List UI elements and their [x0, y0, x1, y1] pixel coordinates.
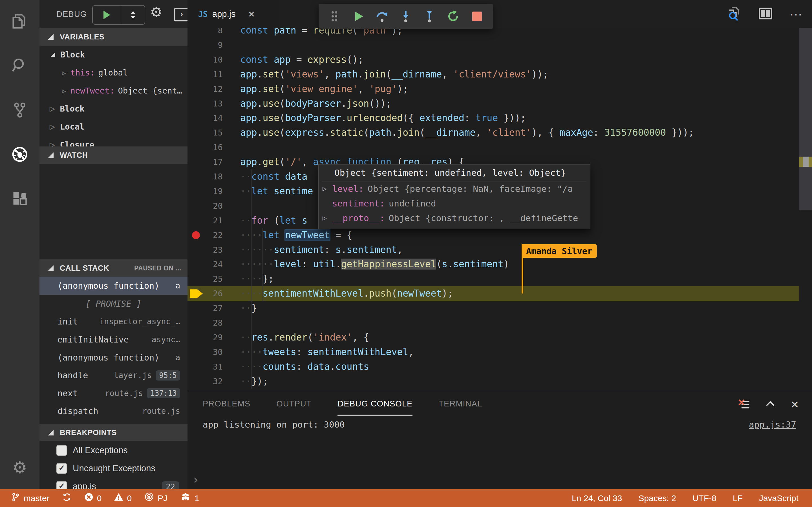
code-line[interactable]: ······level: util.getHappinessLevel(s.se…: [240, 257, 509, 272]
line-number[interactable]: 14: [188, 111, 223, 125]
code-line[interactable]: ····let newTweet = {: [240, 228, 352, 242]
status-item-lf[interactable]: LF: [733, 494, 743, 503]
call-stack-frame[interactable]: emitInitNative async…: [40, 331, 188, 349]
line-number[interactable]: 9: [188, 38, 223, 52]
split-editor-icon[interactable]: [758, 6, 773, 22]
call-stack-frame[interactable]: (anonymous function) a: [40, 277, 188, 295]
console-source-link[interactable]: app.js:37: [749, 419, 796, 430]
open-console-icon[interactable]: ›: [174, 8, 188, 21]
source-control-icon[interactable]: [0, 93, 40, 127]
status-item-0[interactable]: 0: [84, 492, 102, 504]
call-stack-frame[interactable]: [ PROMISE ]: [40, 295, 188, 313]
search-in-file-icon[interactable]: [726, 6, 742, 22]
variables-section-header[interactable]: VARIABLES: [40, 28, 188, 46]
code-line[interactable]: const app = express();: [240, 52, 363, 67]
code-line[interactable]: ··const data: [240, 169, 307, 184]
toolbar-drag-handle[interactable]: [326, 8, 342, 24]
line-number[interactable]: 17: [188, 155, 223, 169]
code-line[interactable]: app.use(express.static(path.join(__dirna…: [240, 125, 694, 140]
status-item-1[interactable]: 1: [180, 492, 199, 504]
more-actions-icon[interactable]: ⋯: [790, 11, 802, 17]
breakpoint-row[interactable]: ✓ Uncaught Exceptions: [40, 459, 188, 477]
code-line[interactable]: ··});: [240, 374, 268, 389]
line-number[interactable]: 23: [188, 242, 223, 257]
line-number[interactable]: 24: [188, 257, 223, 272]
variable-row[interactable]: ▷ this: global: [40, 64, 188, 82]
continue-button[interactable]: [350, 8, 366, 24]
configure-gear-icon[interactable]: ⚙: [150, 4, 163, 20]
line-number[interactable]: 21: [188, 213, 223, 228]
code-line[interactable]: ··for (let s: [240, 213, 307, 228]
maximize-panel-icon[interactable]: [765, 399, 776, 411]
code-line[interactable]: app.set('views', path.join(__dirname, 'c…: [240, 67, 548, 82]
explorer-icon[interactable]: [0, 4, 40, 38]
debug-launch-widget[interactable]: [92, 5, 145, 25]
line-number[interactable]: 20: [188, 199, 223, 213]
status-item-javascript[interactable]: JavaScript: [759, 494, 799, 503]
variables-scope-row[interactable]: Block: [40, 46, 188, 64]
tooltip-property-row[interactable]: ▷ __proto__: Object {constructor: , __de…: [319, 211, 590, 225]
line-number[interactable]: 15: [188, 125, 223, 140]
code-line[interactable]: ····sentimentWithLevel.push(newTweet);: [240, 286, 453, 301]
call-stack-frame[interactable]: handle layer.js95:5: [40, 367, 188, 385]
variable-row[interactable]: ▷ newTweet: Object {sent…: [40, 82, 188, 100]
breakpoint-row[interactable]: ✓ All Exceptions: [40, 441, 188, 459]
line-number[interactable]: 29: [188, 330, 223, 345]
status-item-ln-24-col-33[interactable]: Ln 24, Col 33: [572, 494, 622, 503]
editor-scrollbar[interactable]: [799, 0, 812, 391]
line-number[interactable]: 11: [188, 67, 223, 82]
call-stack-frame[interactable]: next route.js137:13: [40, 385, 188, 402]
status-item-pj[interactable]: PJ: [144, 492, 167, 504]
panel-tab-terminal[interactable]: TERMINAL: [439, 399, 482, 412]
panel-tab-output[interactable]: OUTPUT: [276, 399, 312, 412]
tab-app-js[interactable]: JS app.js ✕: [188, 0, 279, 28]
call-stack-frame[interactable]: (anonymous function) a: [40, 348, 188, 367]
line-number[interactable]: 19: [188, 184, 223, 199]
breakpoint-row[interactable]: ✓ app.js 22: [40, 477, 188, 489]
line-number[interactable]: 28: [188, 316, 223, 330]
step-over-button[interactable]: [374, 8, 390, 24]
start-debug-button[interactable]: [93, 6, 121, 24]
code-line[interactable]: ··res.render('index', {: [240, 330, 369, 345]
code-line[interactable]: app.use(bodyParser.urlencoded({ extended…: [240, 111, 526, 125]
breakpoints-section-header[interactable]: BREAKPOINTS: [40, 424, 188, 441]
status-item-spaces-2[interactable]: Spaces: 2: [639, 494, 676, 503]
code-line[interactable]: app.use(bodyParser.json());: [240, 96, 392, 111]
search-icon[interactable]: [0, 48, 40, 82]
line-number[interactable]: 31: [188, 359, 223, 374]
repl-prompt-chevron[interactable]: ›: [192, 472, 200, 487]
status-item-sync-icon[interactable]: [62, 492, 71, 504]
code-line[interactable]: ··let sentime: [240, 184, 313, 199]
debug-icon[interactable]: [0, 137, 40, 171]
variables-scope-row[interactable]: ▷Local: [40, 118, 188, 136]
line-number[interactable]: 32: [188, 374, 223, 389]
code-line[interactable]: ······sentiment: s.sentiment,: [240, 242, 403, 257]
code-line[interactable]: ··}: [240, 301, 257, 316]
scrollbar-thumb[interactable]: [799, 28, 812, 210]
code-line[interactable]: ····};: [240, 272, 274, 286]
call-stack-frame[interactable]: init inspector_async_…: [40, 313, 188, 331]
call-stack-section-header[interactable]: CALL STACK PAUSED ON ...: [40, 260, 188, 277]
status-item-master[interactable]: master: [11, 492, 50, 504]
code-line[interactable]: ····counts: data.counts: [240, 359, 369, 374]
panel-tab-debug-console[interactable]: DEBUG CONSOLE: [338, 399, 412, 412]
breakpoint-checkbox[interactable]: ✓: [56, 463, 67, 474]
line-number[interactable]: 18: [188, 169, 223, 184]
restart-button[interactable]: [446, 8, 461, 24]
variables-scope-row[interactable]: ▷Block: [40, 100, 188, 118]
status-item-0[interactable]: 0: [114, 492, 132, 504]
line-number[interactable]: 13: [188, 96, 223, 111]
tooltip-property-row[interactable]: ▷ level: Object {percentage: NaN, faceIm…: [319, 181, 590, 196]
panel-tab-problems[interactable]: PROBLEMS: [203, 399, 250, 412]
code-line[interactable]: ····tweets: sentimentWithLevel,: [240, 345, 414, 359]
breakpoint-checkbox[interactable]: ✓: [56, 481, 67, 489]
status-item-utf-8[interactable]: UTF-8: [693, 494, 716, 503]
call-stack-frame[interactable]: dispatch route.js: [40, 402, 188, 420]
launch-config-select[interactable]: [121, 6, 145, 24]
tab-close-icon[interactable]: ✕: [248, 9, 255, 19]
breakpoint-checkbox[interactable]: ✓: [56, 445, 67, 456]
line-number[interactable]: 25: [188, 272, 223, 286]
line-number[interactable]: 10: [188, 52, 223, 67]
tooltip-property-row[interactable]: sentiment: undefined: [319, 196, 590, 211]
close-panel-icon[interactable]: ✕: [791, 399, 799, 411]
